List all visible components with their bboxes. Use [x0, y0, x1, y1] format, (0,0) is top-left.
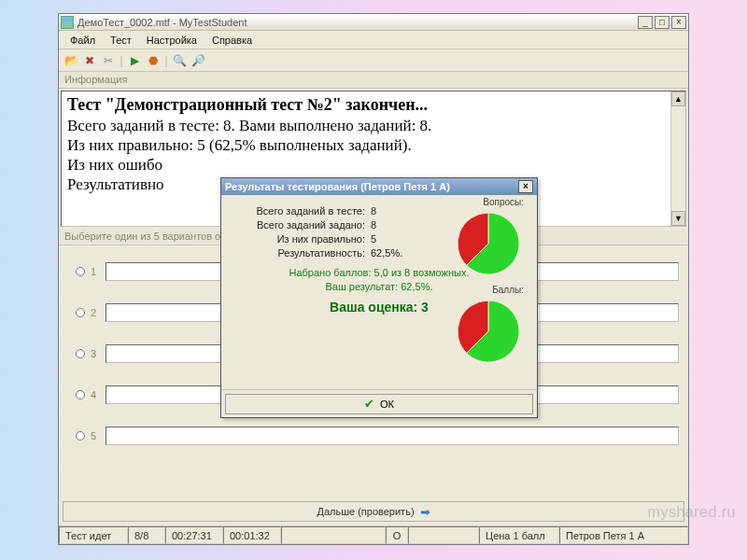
separator-icon: | — [119, 52, 124, 69]
scroll-up-icon[interactable]: ▲ — [671, 91, 685, 106]
zoom-in-icon[interactable]: 🔍 — [171, 52, 188, 69]
stat-label: Всего заданий задано: — [231, 219, 371, 231]
minimize-button[interactable]: _ — [638, 16, 653, 29]
results-dialog: Результаты тестирования (Петров Петя 1 А… — [220, 177, 538, 418]
play-icon[interactable]: ▶ — [126, 52, 143, 69]
stat-label: Из них правильно: — [231, 233, 371, 245]
cancel-icon[interactable]: ✖ — [81, 52, 98, 69]
radio-icon[interactable] — [76, 390, 85, 399]
open-icon[interactable]: 📂 — [63, 52, 79, 69]
radio-icon[interactable] — [76, 267, 85, 276]
option-number: 3 — [91, 348, 100, 359]
scrollbar[interactable]: ▲ ▼ — [670, 91, 685, 226]
status-time-total: 00:27:31 — [165, 526, 223, 544]
scroll-track[interactable] — [671, 106, 685, 211]
titlebar: ДемоТест_0002.mtf - MyTestStudent _ □ × — [59, 14, 688, 31]
info-panel-header: Информация — [59, 72, 688, 89]
stat-value: 8 — [371, 219, 408, 231]
zoom-out-icon[interactable]: 🔎 — [190, 52, 206, 69]
dialog-button-row: ✔ ОК — [221, 389, 537, 417]
app-icon — [61, 16, 74, 29]
separator-icon: | — [163, 52, 169, 69]
stop-icon[interactable]: ⬣ — [145, 52, 162, 69]
info-line-title: Тест "Демонстрационный тест №2" закончен… — [67, 95, 680, 115]
option-row: 5 — [76, 415, 679, 456]
toolbar: 📂 ✖ ✂ | ▶ ⬣ | 🔍 🔎 — [59, 49, 688, 72]
option-field[interactable] — [106, 427, 679, 445]
radio-icon[interactable] — [76, 308, 85, 317]
status-progress: 8/8 — [128, 526, 165, 544]
pie-label-questions: Вопросы: — [483, 197, 524, 207]
statusbar: Тест идет 8/8 00:27:31 00:01:32 О Цена 1… — [59, 525, 688, 544]
status-time-task: 00:01:32 — [223, 526, 281, 544]
stat-value: 62,5%. — [371, 247, 408, 259]
option-number: 1 — [91, 266, 100, 277]
dialog-close-button[interactable]: × — [518, 180, 533, 193]
menu-help[interactable]: Справка — [206, 33, 258, 48]
pie-chart-points — [455, 298, 522, 367]
info-line: Из них правильно: 5 (62,5% выполненых за… — [67, 136, 680, 155]
stat-value: 5 — [371, 233, 408, 245]
status-state: Тест идет — [59, 526, 128, 544]
tools-icon[interactable]: ✂ — [100, 52, 117, 69]
dialog-titlebar: Результаты тестирования (Петров Петя 1 А… — [221, 178, 537, 195]
info-line: Из них ошибо — [67, 156, 680, 175]
maximize-button[interactable]: □ — [655, 16, 669, 29]
watermark: myshared.ru — [648, 504, 736, 521]
ok-button-label: ОК — [380, 399, 394, 410]
option-number: 2 — [91, 307, 100, 318]
menu-settings[interactable]: Настройка — [141, 33, 203, 48]
dialog-title: Результаты тестирования (Петров Петя 1 А… — [225, 181, 450, 192]
status-price: Цена 1 балл — [479, 526, 559, 544]
ok-button[interactable]: ✔ ОК — [225, 394, 533, 414]
menu-test[interactable]: Тест — [105, 33, 137, 48]
status-empty — [408, 526, 479, 544]
info-line: Всего заданий в тесте: 8. Вами выполнено… — [67, 117, 680, 135]
radio-icon[interactable] — [76, 431, 85, 441]
stat-value: 8 — [371, 205, 408, 217]
radio-icon[interactable] — [76, 349, 85, 358]
option-number: 4 — [91, 389, 100, 400]
pie-chart-questions — [455, 210, 522, 279]
menubar: Файл Тест Настройка Справка — [59, 31, 688, 49]
next-button[interactable]: Дальше (проверить) ➡ — [63, 501, 684, 522]
status-student: Петров Петя 1 А — [559, 526, 688, 544]
window-title: ДемоТест_0002.mtf - MyTestStudent — [78, 17, 247, 28]
arrow-right-icon: ➡ — [420, 505, 430, 519]
status-mode: О — [386, 526, 408, 544]
option-number: 5 — [91, 430, 100, 441]
stat-label: Результативность: — [231, 247, 371, 259]
pie-label-points: Баллы: — [492, 285, 524, 295]
next-button-label: Дальше (проверить) — [317, 506, 414, 517]
scroll-down-icon[interactable]: ▼ — [671, 211, 685, 226]
dialog-body: Всего заданий в тесте: 8 Всего заданий з… — [221, 195, 537, 389]
close-button[interactable]: × — [671, 16, 686, 29]
stat-label: Всего заданий в тесте: — [231, 205, 371, 217]
menu-file[interactable]: Файл — [64, 33, 101, 48]
check-icon: ✔ — [364, 397, 374, 411]
status-empty — [281, 526, 386, 544]
